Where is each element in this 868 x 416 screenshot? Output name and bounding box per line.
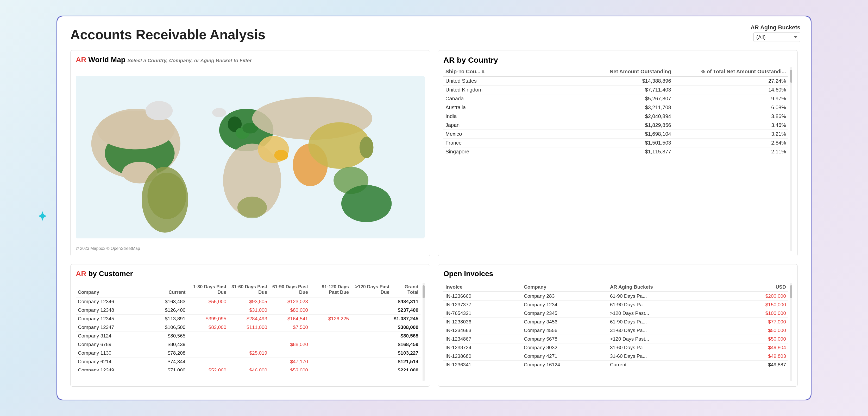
customer-table-row[interactable]: Company 12346 $163,483 $55,000 $93,805 $… (76, 297, 421, 306)
customer-company: Company 12345 (76, 314, 150, 323)
ar-aging-select[interactable]: (All) (753, 33, 800, 42)
country-col-name: Ship-To Cou... ⇅ (443, 67, 558, 76)
invoice-table-row[interactable]: IN-1238680 Company 4271 31-60 Days Pa...… (443, 352, 788, 360)
map-section-subtitle: Select a Country, Company, or Aging Buck… (128, 58, 252, 63)
customer-table-row[interactable]: Company 1130 $78,208 $25,019 $103,227 (76, 349, 421, 357)
invoice-scrollbar[interactable] (790, 283, 792, 381)
sparkle-icon-3: ✦ (36, 208, 49, 224)
customer-cell (351, 306, 392, 314)
country-scrollbar[interactable] (790, 67, 792, 251)
customer-cell (187, 332, 228, 340)
dashboard-container: AR Aging Buckets (All) Accounts Receivab… (57, 15, 811, 401)
invoice-usd: $49,803 (725, 352, 788, 360)
customer-scrollbar[interactable] (423, 283, 425, 381)
invoice-usd: $50,000 (725, 326, 788, 335)
country-amount: $2,040,894 (558, 112, 673, 121)
customer-cell (310, 340, 351, 349)
col-current: Current (150, 283, 187, 297)
invoices-section: Open Invoices Invoice Company AR Aging B… (438, 264, 798, 387)
country-table-row[interactable]: Singapore $1,115,877 2.11% (443, 147, 788, 155)
invoice-table-row[interactable]: IN-1238036 Company 3456 61-90 Days Pa...… (443, 317, 788, 326)
country-amount: $1,501,503 (558, 139, 673, 147)
map-container[interactable] (76, 70, 425, 244)
invoice-usd: $49,887 (725, 360, 788, 369)
country-title-text: AR by Country (443, 56, 498, 64)
country-name: United States (443, 77, 558, 85)
customer-cell (351, 297, 392, 306)
country-table-row[interactable]: United Kingdom $7,711,403 14.60% (443, 85, 788, 94)
customer-table-row[interactable]: Company 12348 $126,400 $31,000 $80,000 $… (76, 306, 421, 314)
invoice-table-row[interactable]: IN-1234663 Company 4556 31-60 Days Pa...… (443, 326, 788, 335)
customer-company: Company 12347 (76, 323, 150, 332)
customer-cell: $399,095 (187, 314, 228, 323)
svg-point-15 (274, 150, 288, 161)
customer-cell: $7,500 (269, 323, 310, 332)
invoice-aging: >120 Days Past... (608, 335, 725, 343)
invoice-table-row[interactable]: IN-1238225 Company 4714 31-60 Days Pa...… (443, 369, 788, 371)
customer-grand: $103,227 (392, 349, 421, 357)
customer-cell (310, 357, 351, 366)
invoice-table-row[interactable]: IN-1234867 Company 5678 >120 Days Past..… (443, 335, 788, 343)
country-amount: $3,211,708 (558, 103, 673, 112)
invoice-table-row[interactable]: IN-1238724 Company 8032 31-60 Days Pa...… (443, 343, 788, 352)
sort-icon[interactable]: ⇅ (482, 70, 485, 74)
customer-cell: $126,225 (310, 314, 351, 323)
customer-table-row[interactable]: Company 6789 $80,439 $88,020 $168,459 (76, 340, 421, 349)
country-pct: 27.24% (673, 77, 788, 85)
customer-company: Company 12346 (76, 297, 150, 306)
invoice-company: Company 4714 (522, 369, 608, 371)
invoice-col-invoice: Invoice (443, 283, 522, 292)
customer-title-rest: by Customer (86, 270, 133, 278)
invoice-col-usd: USD (725, 283, 788, 292)
invoice-aging: 31-60 Days Pa... (608, 326, 725, 335)
invoice-table-row[interactable]: IN-1236341 Company 16124 Current $49,887 (443, 360, 788, 369)
customer-cell (269, 332, 310, 340)
invoices-section-title: Open Invoices (443, 270, 792, 278)
invoice-company: Company 1234 (522, 300, 608, 309)
customer-table-row[interactable]: Company 6214 $74,344 $47,170 $121,514 (76, 357, 421, 366)
country-table-row[interactable]: India $2,040,894 3.86% (443, 112, 788, 121)
country-table-row[interactable]: Japan $1,829,856 3.46% (443, 121, 788, 130)
ar-aging-filter: AR Aging Buckets (All) (751, 24, 800, 42)
country-pct: 6.08% (673, 103, 788, 112)
map-section-title: AR World Map Select a Country, Company, … (76, 56, 252, 64)
country-table-row[interactable]: Mexico $1,698,104 3.21% (443, 130, 788, 139)
invoice-company: Company 283 (522, 292, 608, 301)
customer-cell: $55,000 (187, 297, 228, 306)
svg-point-5 (146, 101, 173, 120)
customer-cell (187, 306, 228, 314)
invoice-table-row[interactable]: IN-7654321 Company 2345 >120 Days Past..… (443, 309, 788, 317)
customer-table: Company Current 1-30 Days Past Due 31-60… (76, 283, 421, 371)
map-title-rest: World Map (86, 56, 125, 64)
invoice-table-row[interactable]: IN-1236660 Company 283 61-90 Days Pa... … (443, 292, 788, 301)
invoice-usd: $150,000 (725, 300, 788, 309)
customer-table-row[interactable]: Company 3124 $80,565 $80,565 (76, 332, 421, 340)
customer-current: $163,483 (150, 297, 187, 306)
customer-cell: $80,000 (269, 306, 310, 314)
country-name: Mexico (443, 130, 558, 139)
customer-cell (351, 349, 392, 357)
customer-cell (310, 332, 351, 340)
filter-label: AR Aging Buckets (751, 24, 800, 31)
svg-point-22 (212, 108, 226, 117)
customer-cell (351, 332, 392, 340)
country-table-row[interactable]: Canada $5,267,807 9.97% (443, 94, 788, 103)
customer-cell: $46,000 (228, 366, 269, 371)
invoice-aging: 61-90 Days Pa... (608, 300, 725, 309)
country-table-row[interactable]: United States $14,388,896 27.24% (443, 77, 788, 85)
customer-cell: $93,805 (228, 297, 269, 306)
customer-table-row[interactable]: Company 12345 $113,891 $399,095 $284,493… (76, 314, 421, 323)
customer-table-row[interactable]: Company 12347 $106,500 $83,000 $111,000 … (76, 323, 421, 332)
col-31-60: 31-60 Days Past Due (228, 283, 269, 297)
invoice-number: IN-1238225 (443, 369, 522, 371)
invoice-table-row[interactable]: IN-1237377 Company 1234 61-90 Days Pa...… (443, 300, 788, 309)
col-grand: Grand Total (392, 283, 421, 297)
customer-table-row[interactable]: Company 12349 $71,000 $52,000 $46,000 $5… (76, 366, 421, 371)
invoice-usd: $77,000 (725, 317, 788, 326)
country-table-row[interactable]: Australia $3,211,708 6.08% (443, 103, 788, 112)
customer-cell (310, 306, 351, 314)
world-map-svg[interactable] (76, 70, 425, 244)
customer-cell (351, 366, 392, 371)
customer-grand: $168,459 (392, 340, 421, 349)
country-table-row[interactable]: France $1,501,503 2.84% (443, 139, 788, 147)
